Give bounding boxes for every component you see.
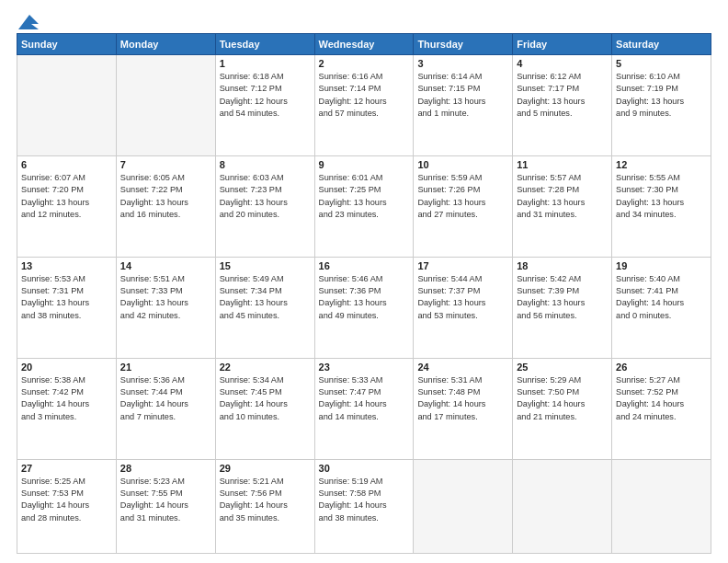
calendar-cell: 16Sunrise: 5:46 AM Sunset: 7:36 PM Dayli… [314, 257, 414, 358]
day-number: 27 [21, 463, 112, 474]
day-info: Sunrise: 5:34 AM Sunset: 7:45 PM Dayligh… [220, 374, 311, 423]
day-info: Sunrise: 5:57 AM Sunset: 7:28 PM Dayligh… [517, 172, 608, 221]
calendar-cell [513, 459, 612, 553]
day-info: Sunrise: 5:53 AM Sunset: 7:31 PM Dayligh… [21, 273, 112, 322]
calendar-table: SundayMondayTuesdayWednesdayThursdayFrid… [17, 33, 711, 554]
calendar-cell [17, 55, 117, 156]
day-info: Sunrise: 6:05 AM Sunset: 7:22 PM Dayligh… [120, 172, 211, 221]
day-info: Sunrise: 5:36 AM Sunset: 7:44 PM Dayligh… [120, 374, 211, 423]
day-info: Sunrise: 6:12 AM Sunset: 7:17 PM Dayligh… [517, 71, 608, 120]
day-number: 29 [220, 463, 311, 474]
day-info: Sunrise: 6:03 AM Sunset: 7:23 PM Dayligh… [220, 172, 311, 221]
day-info: Sunrise: 5:25 AM Sunset: 7:53 PM Dayligh… [21, 476, 112, 524]
calendar-cell: 28Sunrise: 5:23 AM Sunset: 7:55 PM Dayli… [116, 459, 215, 553]
day-number: 3 [417, 58, 508, 69]
calendar-cell [116, 55, 215, 156]
calendar-cell: 26Sunrise: 5:27 AM Sunset: 7:52 PM Dayli… [612, 358, 711, 459]
day-number: 18 [517, 260, 608, 271]
calendar-cell: 2Sunrise: 6:16 AM Sunset: 7:14 PM Daylig… [314, 55, 414, 156]
day-info: Sunrise: 5:51 AM Sunset: 7:33 PM Dayligh… [120, 273, 211, 322]
day-header-saturday: Saturday [612, 34, 711, 55]
day-info: Sunrise: 5:38 AM Sunset: 7:42 PM Dayligh… [21, 374, 112, 423]
calendar-week-row: 6Sunrise: 6:07 AM Sunset: 7:20 PM Daylig… [17, 155, 711, 257]
day-number: 30 [319, 463, 410, 474]
day-header-sunday: Sunday [17, 34, 117, 55]
day-number: 9 [319, 159, 410, 170]
page: SundayMondayTuesdayWednesdayThursdayFrid… [0, 0, 728, 563]
calendar-cell: 3Sunrise: 6:14 AM Sunset: 7:15 PM Daylig… [414, 55, 513, 156]
day-info: Sunrise: 6:07 AM Sunset: 7:20 PM Dayligh… [21, 172, 112, 221]
day-info: Sunrise: 5:21 AM Sunset: 7:56 PM Dayligh… [220, 476, 311, 524]
day-info: Sunrise: 5:49 AM Sunset: 7:34 PM Dayligh… [220, 273, 311, 322]
day-info: Sunrise: 5:19 AM Sunset: 7:58 PM Dayligh… [319, 476, 410, 524]
day-number: 5 [616, 58, 707, 69]
day-number: 19 [616, 260, 707, 271]
header [17, 17, 711, 26]
day-header-thursday: Thursday [414, 34, 513, 55]
logo-icon [18, 15, 39, 29]
day-number: 1 [220, 58, 311, 69]
calendar-cell: 22Sunrise: 5:34 AM Sunset: 7:45 PM Dayli… [215, 358, 314, 459]
calendar-cell: 29Sunrise: 5:21 AM Sunset: 7:56 PM Dayli… [215, 459, 314, 553]
day-info: Sunrise: 5:40 AM Sunset: 7:41 PM Dayligh… [616, 273, 707, 322]
day-number: 16 [319, 260, 410, 271]
calendar-header-row: SundayMondayTuesdayWednesdayThursdayFrid… [17, 34, 711, 55]
calendar-week-row: 20Sunrise: 5:38 AM Sunset: 7:42 PM Dayli… [17, 358, 711, 459]
day-number: 13 [21, 260, 112, 271]
calendar-cell: 21Sunrise: 5:36 AM Sunset: 7:44 PM Dayli… [116, 358, 215, 459]
calendar-cell: 14Sunrise: 5:51 AM Sunset: 7:33 PM Dayli… [116, 257, 215, 358]
day-number: 26 [616, 362, 707, 373]
day-info: Sunrise: 6:14 AM Sunset: 7:15 PM Dayligh… [417, 71, 508, 120]
day-number: 8 [220, 159, 311, 170]
day-number: 11 [517, 159, 608, 170]
calendar-cell: 20Sunrise: 5:38 AM Sunset: 7:42 PM Dayli… [17, 358, 117, 459]
day-number: 25 [517, 362, 608, 373]
day-number: 17 [417, 260, 508, 271]
calendar-week-row: 1Sunrise: 6:18 AM Sunset: 7:12 PM Daylig… [17, 55, 711, 156]
day-info: Sunrise: 5:44 AM Sunset: 7:37 PM Dayligh… [417, 273, 508, 322]
calendar-cell: 7Sunrise: 6:05 AM Sunset: 7:22 PM Daylig… [116, 155, 215, 257]
calendar-week-row: 27Sunrise: 5:25 AM Sunset: 7:53 PM Dayli… [17, 459, 711, 553]
day-info: Sunrise: 5:42 AM Sunset: 7:39 PM Dayligh… [517, 273, 608, 322]
day-info: Sunrise: 5:31 AM Sunset: 7:48 PM Dayligh… [417, 374, 508, 423]
day-number: 12 [616, 159, 707, 170]
calendar-cell: 5Sunrise: 6:10 AM Sunset: 7:19 PM Daylig… [612, 55, 711, 156]
day-info: Sunrise: 6:18 AM Sunset: 7:12 PM Dayligh… [220, 71, 311, 120]
calendar-cell: 18Sunrise: 5:42 AM Sunset: 7:39 PM Dayli… [513, 257, 612, 358]
calendar-cell: 13Sunrise: 5:53 AM Sunset: 7:31 PM Dayli… [17, 257, 117, 358]
calendar-cell: 25Sunrise: 5:29 AM Sunset: 7:50 PM Dayli… [513, 358, 612, 459]
calendar-week-row: 13Sunrise: 5:53 AM Sunset: 7:31 PM Dayli… [17, 257, 711, 358]
day-info: Sunrise: 5:46 AM Sunset: 7:36 PM Dayligh… [319, 273, 410, 322]
day-number: 10 [417, 159, 508, 170]
calendar-cell: 4Sunrise: 6:12 AM Sunset: 7:17 PM Daylig… [513, 55, 612, 156]
day-header-tuesday: Tuesday [215, 34, 314, 55]
svg-marker-0 [18, 15, 39, 29]
day-info: Sunrise: 5:55 AM Sunset: 7:30 PM Dayligh… [616, 172, 707, 221]
calendar-cell: 17Sunrise: 5:44 AM Sunset: 7:37 PM Dayli… [414, 257, 513, 358]
calendar-cell: 27Sunrise: 5:25 AM Sunset: 7:53 PM Dayli… [17, 459, 117, 553]
day-number: 7 [120, 159, 211, 170]
calendar-cell [612, 459, 711, 553]
calendar-cell: 1Sunrise: 6:18 AM Sunset: 7:12 PM Daylig… [215, 55, 314, 156]
day-number: 24 [417, 362, 508, 373]
day-number: 21 [120, 362, 211, 373]
calendar-cell: 19Sunrise: 5:40 AM Sunset: 7:41 PM Dayli… [612, 257, 711, 358]
day-number: 28 [120, 463, 211, 474]
calendar-cell: 6Sunrise: 6:07 AM Sunset: 7:20 PM Daylig… [17, 155, 117, 257]
day-info: Sunrise: 6:01 AM Sunset: 7:25 PM Dayligh… [319, 172, 410, 221]
calendar-cell: 15Sunrise: 5:49 AM Sunset: 7:34 PM Dayli… [215, 257, 314, 358]
calendar-cell: 30Sunrise: 5:19 AM Sunset: 7:58 PM Dayli… [314, 459, 414, 553]
day-info: Sunrise: 5:29 AM Sunset: 7:50 PM Dayligh… [517, 374, 608, 423]
day-info: Sunrise: 5:27 AM Sunset: 7:52 PM Dayligh… [616, 374, 707, 423]
day-header-wednesday: Wednesday [314, 34, 414, 55]
day-number: 22 [220, 362, 311, 373]
calendar-cell: 12Sunrise: 5:55 AM Sunset: 7:30 PM Dayli… [612, 155, 711, 257]
day-info: Sunrise: 5:33 AM Sunset: 7:47 PM Dayligh… [319, 374, 410, 423]
calendar-cell: 24Sunrise: 5:31 AM Sunset: 7:48 PM Dayli… [414, 358, 513, 459]
day-info: Sunrise: 6:10 AM Sunset: 7:19 PM Dayligh… [616, 71, 707, 120]
logo [17, 17, 39, 26]
day-number: 2 [319, 58, 410, 69]
day-info: Sunrise: 5:59 AM Sunset: 7:26 PM Dayligh… [417, 172, 508, 221]
day-info: Sunrise: 5:23 AM Sunset: 7:55 PM Dayligh… [120, 476, 211, 524]
day-header-friday: Friday [513, 34, 612, 55]
